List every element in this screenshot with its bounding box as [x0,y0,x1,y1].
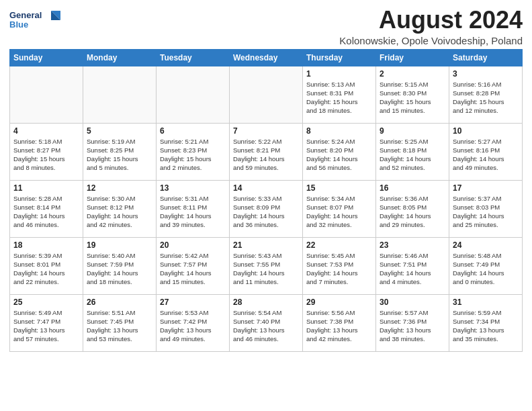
page: General Blue August 2024 Kolonowskie, Op… [0,0,532,411]
day-header-saturday: Saturday [449,49,523,66]
header: General Blue August 2024 Kolonowskie, Op… [9,7,523,46]
day-number: 22 [306,240,372,250]
day-info: Sunrise: 5:36 AMSunset: 8:05 PMDaylight:… [380,194,445,230]
day-cell: 25Sunrise: 5:49 AMSunset: 7:47 PMDayligh… [10,294,83,351]
day-cell: 15Sunrise: 5:34 AMSunset: 8:07 PMDayligh… [303,180,376,237]
day-info: Sunrise: 5:48 AMSunset: 7:49 PMDaylight:… [453,251,519,287]
day-cell: 19Sunrise: 5:40 AMSunset: 7:59 PMDayligh… [83,237,157,294]
day-cell: 8Sunrise: 5:24 AMSunset: 8:20 PMDaylight… [303,123,376,180]
day-header-tuesday: Tuesday [157,49,230,66]
logo-icon: General Blue [9,7,63,32]
day-number: 11 [13,183,79,193]
header-row: SundayMondayTuesdayWednesdayThursdayFrid… [10,49,523,66]
logo: General Blue [9,7,63,32]
day-cell: 9Sunrise: 5:25 AMSunset: 8:18 PMDaylight… [376,123,449,180]
day-info: Sunrise: 5:45 AMSunset: 7:53 PMDaylight:… [306,251,372,287]
day-info: Sunrise: 5:27 AMSunset: 8:16 PMDaylight:… [453,137,519,173]
day-number: 2 [380,69,445,79]
day-info: Sunrise: 5:34 AMSunset: 8:07 PMDaylight:… [306,194,372,230]
day-cell: 18Sunrise: 5:39 AMSunset: 8:01 PMDayligh… [10,237,83,294]
day-number: 25 [13,298,79,307]
day-info: Sunrise: 5:28 AMSunset: 8:14 PMDaylight:… [13,194,79,230]
day-info: Sunrise: 5:56 AMSunset: 7:38 PMDaylight:… [306,308,372,344]
day-info: Sunrise: 5:57 AMSunset: 7:36 PMDaylight:… [380,308,445,344]
day-number: 13 [160,183,226,193]
month-title: August 2024 [339,7,523,34]
title-block: August 2024 Kolonowskie, Opole Voivodesh… [339,7,523,46]
day-info: Sunrise: 5:49 AMSunset: 7:47 PMDaylight:… [13,308,79,344]
day-number: 28 [233,298,299,307]
day-header-monday: Monday [83,49,157,66]
day-cell: 30Sunrise: 5:57 AMSunset: 7:36 PMDayligh… [376,294,449,351]
week-row-1: 1Sunrise: 5:13 AMSunset: 8:31 PMDaylight… [10,66,523,123]
day-info: Sunrise: 5:53 AMSunset: 7:42 PMDaylight:… [160,308,226,344]
day-header-wednesday: Wednesday [230,49,303,66]
day-cell: 4Sunrise: 5:18 AMSunset: 8:27 PMDaylight… [10,123,83,180]
day-cell: 10Sunrise: 5:27 AMSunset: 8:16 PMDayligh… [449,123,523,180]
day-info: Sunrise: 5:24 AMSunset: 8:20 PMDaylight:… [306,137,372,173]
day-header-friday: Friday [376,49,449,66]
day-cell: 22Sunrise: 5:45 AMSunset: 7:53 PMDayligh… [303,237,376,294]
day-cell: 17Sunrise: 5:37 AMSunset: 8:03 PMDayligh… [449,180,523,237]
day-info: Sunrise: 5:25 AMSunset: 8:18 PMDaylight:… [380,137,445,173]
day-cell: 14Sunrise: 5:33 AMSunset: 8:09 PMDayligh… [230,180,303,237]
day-info: Sunrise: 5:39 AMSunset: 8:01 PMDaylight:… [13,251,79,287]
day-cell: 20Sunrise: 5:42 AMSunset: 7:57 PMDayligh… [157,237,230,294]
day-number: 17 [453,183,519,193]
day-number: 23 [380,240,445,250]
day-number: 5 [87,126,152,136]
day-info: Sunrise: 5:54 AMSunset: 7:40 PMDaylight:… [233,308,299,344]
day-cell: 28Sunrise: 5:54 AMSunset: 7:40 PMDayligh… [230,294,303,351]
day-number: 20 [160,240,226,250]
day-cell: 13Sunrise: 5:31 AMSunset: 8:11 PMDayligh… [157,180,230,237]
day-cell [157,66,230,123]
day-info: Sunrise: 5:59 AMSunset: 7:34 PMDaylight:… [453,308,519,344]
day-header-sunday: Sunday [10,49,83,66]
day-info: Sunrise: 5:19 AMSunset: 8:25 PMDaylight:… [87,137,152,173]
day-number: 7 [233,126,299,136]
day-cell: 31Sunrise: 5:59 AMSunset: 7:34 PMDayligh… [449,294,523,351]
day-number: 9 [380,126,445,136]
day-number: 1 [306,69,372,79]
day-number: 31 [453,298,519,307]
week-row-5: 25Sunrise: 5:49 AMSunset: 7:47 PMDayligh… [10,294,523,351]
day-cell: 6Sunrise: 5:21 AMSunset: 8:23 PMDaylight… [157,123,230,180]
location-title: Kolonowskie, Opole Voivodeship, Poland [339,35,523,46]
week-row-3: 11Sunrise: 5:28 AMSunset: 8:14 PMDayligh… [10,180,523,237]
day-number: 19 [87,240,152,250]
day-number: 12 [87,183,152,193]
day-info: Sunrise: 5:30 AMSunset: 8:12 PMDaylight:… [87,194,152,230]
day-number: 14 [233,183,299,193]
day-info: Sunrise: 5:37 AMSunset: 8:03 PMDaylight:… [453,194,519,230]
day-number: 26 [87,298,152,307]
day-number: 6 [160,126,226,136]
day-info: Sunrise: 5:42 AMSunset: 7:57 PMDaylight:… [160,251,226,287]
day-cell: 27Sunrise: 5:53 AMSunset: 7:42 PMDayligh… [157,294,230,351]
day-number: 3 [453,69,519,79]
day-number: 4 [13,126,79,136]
day-info: Sunrise: 5:16 AMSunset: 8:28 PMDaylight:… [453,80,519,116]
day-number: 27 [160,298,226,307]
day-cell: 7Sunrise: 5:22 AMSunset: 8:21 PMDaylight… [230,123,303,180]
day-number: 30 [380,298,445,307]
day-cell: 3Sunrise: 5:16 AMSunset: 8:28 PMDaylight… [449,66,523,123]
svg-text:Blue: Blue [9,19,28,30]
day-info: Sunrise: 5:15 AMSunset: 8:30 PMDaylight:… [380,80,445,116]
day-cell [83,66,157,123]
day-cell: 1Sunrise: 5:13 AMSunset: 8:31 PMDaylight… [303,66,376,123]
day-info: Sunrise: 5:40 AMSunset: 7:59 PMDaylight:… [87,251,152,287]
day-number: 10 [453,126,519,136]
day-cell: 29Sunrise: 5:56 AMSunset: 7:38 PMDayligh… [303,294,376,351]
day-number: 18 [13,240,79,250]
svg-text:General: General [9,10,42,20]
day-info: Sunrise: 5:33 AMSunset: 8:09 PMDaylight:… [233,194,299,230]
day-info: Sunrise: 5:31 AMSunset: 8:11 PMDaylight:… [160,194,226,230]
day-cell: 24Sunrise: 5:48 AMSunset: 7:49 PMDayligh… [449,237,523,294]
day-number: 15 [306,183,372,193]
day-info: Sunrise: 5:22 AMSunset: 8:21 PMDaylight:… [233,137,299,173]
day-number: 16 [380,183,445,193]
day-number: 24 [453,240,519,250]
day-cell: 12Sunrise: 5:30 AMSunset: 8:12 PMDayligh… [83,180,157,237]
day-info: Sunrise: 5:21 AMSunset: 8:23 PMDaylight:… [160,137,226,173]
day-cell [10,66,83,123]
